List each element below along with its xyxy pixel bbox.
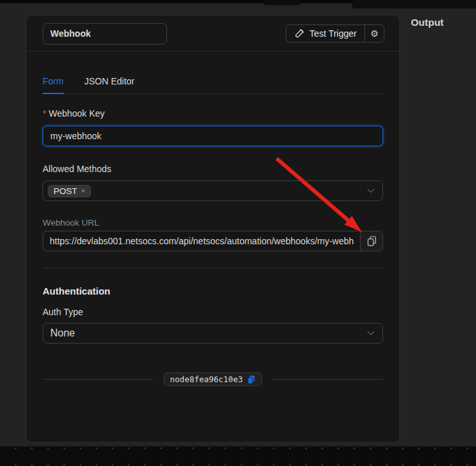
- trigger-settings-button[interactable]: ⚙: [364, 25, 384, 42]
- chevron-down-icon: [367, 188, 375, 193]
- node-id-row: node8fea96c10e3: [43, 373, 383, 386]
- output-panel-title: Output: [411, 17, 444, 28]
- tab-json-editor[interactable]: JSON Editor: [84, 76, 135, 93]
- allowed-methods-label: Allowed Methods: [43, 164, 383, 174]
- method-tag-post: POST ×: [48, 185, 91, 197]
- webhook-key-label: *Webhook Key: [43, 108, 383, 119]
- gear-icon: ⚙: [370, 28, 379, 39]
- tabs-bar: Form JSON Editor: [43, 76, 383, 94]
- header-divider: [26, 51, 399, 52]
- webhook-url-label: Webhook URL: [43, 218, 383, 228]
- test-trigger-button[interactable]: Test Trigger: [286, 25, 364, 42]
- auth-type-select[interactable]: None: [43, 323, 383, 344]
- test-tube-icon: [294, 28, 304, 39]
- test-trigger-label: Test Trigger: [310, 28, 357, 39]
- section-divider: [43, 267, 383, 268]
- chevron-down-icon: [367, 331, 375, 336]
- panel-header: Test Trigger ⚙: [26, 15, 399, 51]
- webhook-key-input[interactable]: [43, 126, 383, 146]
- authentication-section-title: Authentication: [43, 286, 383, 296]
- webhook-url-group: [43, 231, 383, 251]
- canvas-bottom-strip: [0, 446, 476, 466]
- divider-line: [43, 379, 154, 380]
- panel-body: Form JSON Editor *Webhook Key Allowed Me…: [26, 76, 399, 386]
- copy-icon: [367, 236, 377, 246]
- top-right-canvas-edge: [352, 0, 476, 8]
- node-title-input[interactable]: [43, 23, 167, 44]
- webhook-node-panel: Test Trigger ⚙ Form JSON Editor *Webhook…: [26, 15, 400, 443]
- node-id-text: node8fea96c10e3: [170, 374, 243, 384]
- node-id-badge[interactable]: node8fea96c10e3: [164, 373, 263, 386]
- required-mark: *: [43, 108, 46, 119]
- method-tag-label: POST: [54, 186, 77, 196]
- webhook-url-input[interactable]: [43, 231, 360, 251]
- tag-remove-icon[interactable]: ×: [81, 188, 85, 195]
- auth-type-value: None: [50, 327, 75, 339]
- divider-line: [272, 379, 383, 380]
- copy-node-id-icon[interactable]: [247, 375, 255, 384]
- copy-url-button[interactable]: [360, 231, 383, 251]
- auth-type-label: Auth Type: [43, 307, 383, 317]
- allowed-methods-select[interactable]: POST ×: [43, 180, 383, 201]
- top-node-stub: [263, 0, 301, 5]
- tab-form[interactable]: Form: [43, 76, 64, 93]
- test-trigger-group: Test Trigger ⚙: [286, 24, 384, 43]
